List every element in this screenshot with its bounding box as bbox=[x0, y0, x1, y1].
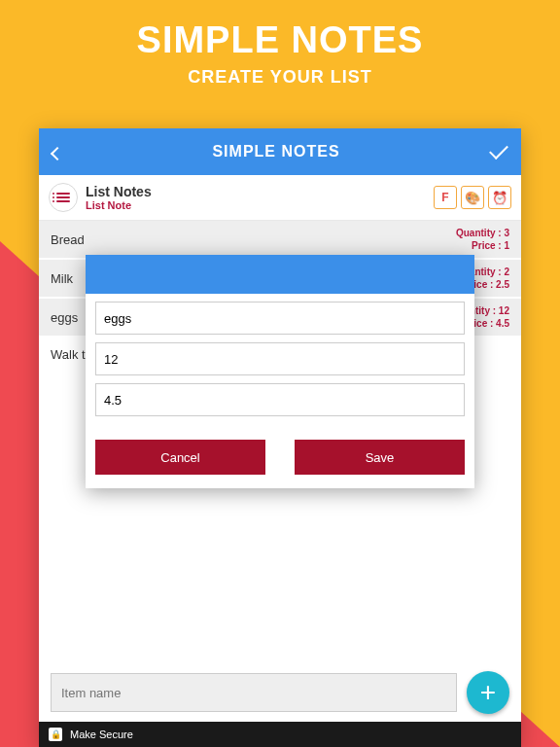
bottom-input-area: + bbox=[39, 671, 521, 722]
app-header: SIMPLE NOTES bbox=[39, 128, 521, 175]
item-qty-label: Quantity : 3 bbox=[456, 227, 509, 239]
list-item[interactable]: Bread Quantity : 3 Price : 1 bbox=[39, 221, 521, 260]
list-header-row: List Notes List Note F 🎨 ⏰ bbox=[39, 175, 521, 221]
edit-item-modal: Cancel Save bbox=[86, 255, 474, 488]
item-name: eggs bbox=[51, 310, 78, 325]
back-button[interactable] bbox=[52, 141, 62, 163]
app-title: SIMPLE NOTES bbox=[212, 143, 339, 160]
footer-bar: 🔒 Make Secure bbox=[39, 722, 521, 747]
cancel-button[interactable]: Cancel bbox=[95, 440, 265, 475]
add-item-button[interactable]: + bbox=[467, 671, 509, 714]
modal-name-input[interactable] bbox=[95, 302, 465, 335]
promo-header: SIMPLE NOTES CREATE YOUR LIST bbox=[0, 0, 560, 88]
item-name: Milk bbox=[51, 271, 73, 286]
item-meta: Quantity : 3 Price : 1 bbox=[456, 227, 509, 252]
modal-price-input[interactable] bbox=[95, 383, 465, 416]
lock-icon: 🔒 bbox=[49, 728, 62, 741]
list-icon bbox=[49, 183, 78, 212]
promo-title: SIMPLE NOTES bbox=[0, 19, 560, 61]
make-secure-button[interactable]: Make Secure bbox=[70, 729, 133, 740]
save-button[interactable]: Save bbox=[295, 440, 465, 475]
new-item-input[interactable] bbox=[51, 673, 457, 712]
color-icon[interactable]: 🎨 bbox=[461, 186, 484, 209]
list-title: List Notes bbox=[86, 184, 434, 199]
font-icon[interactable]: F bbox=[434, 186, 457, 209]
app-frame: SIMPLE NOTES List Notes List Note F 🎨 ⏰ … bbox=[39, 128, 521, 747]
item-price-label: Price : 1 bbox=[456, 239, 509, 252]
list-subtitle: List Note bbox=[86, 199, 434, 211]
done-button[interactable] bbox=[490, 141, 508, 163]
modal-header bbox=[86, 255, 474, 294]
item-name: Bread bbox=[51, 232, 85, 247]
alarm-icon[interactable]: ⏰ bbox=[488, 186, 511, 209]
promo-subtitle: CREATE YOUR LIST bbox=[0, 67, 560, 88]
modal-qty-input[interactable] bbox=[95, 342, 465, 375]
